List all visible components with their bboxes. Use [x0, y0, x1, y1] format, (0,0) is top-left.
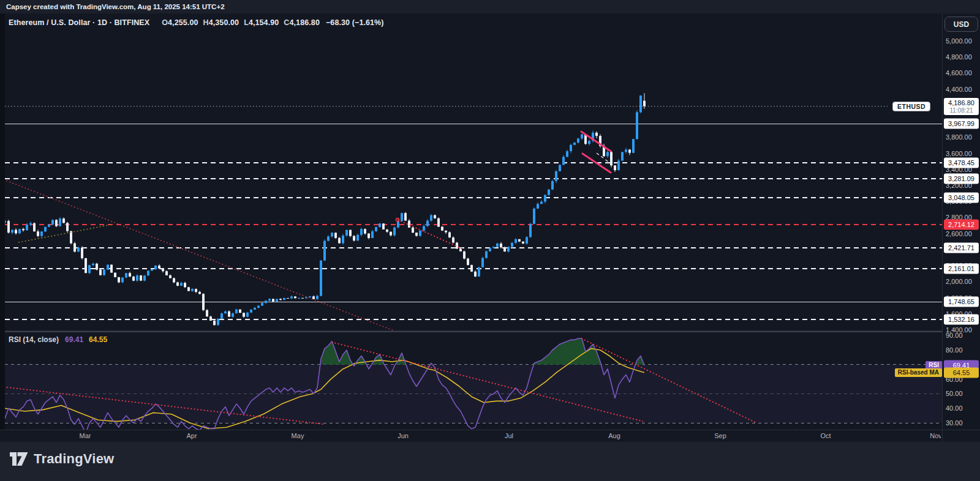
price-tick: 4,800.00: [946, 53, 972, 61]
chart-canvas[interactable]: [5, 13, 942, 430]
month-label: Jun: [398, 432, 409, 439]
price-tick: 2,000.00: [946, 278, 972, 285]
current-price-label: 4,186.8011:08:21: [944, 98, 979, 115]
rsi-overbought-fill: [533, 338, 601, 365]
rsi-value: 69.41: [65, 335, 83, 344]
trendline: [5, 178, 394, 330]
high-label: H: [203, 18, 209, 27]
trendline: [18, 225, 112, 242]
price-tick: 3,800.00: [946, 133, 972, 141]
chart-plot-area[interactable]: Ethereum / U.S. Dollar · 1D · BITFINEXO4…: [5, 13, 942, 430]
tradingview-snapshot: Capsey created with TradingView.com, Aug…: [0, 0, 980, 481]
rsi-tick: 40.00: [946, 405, 963, 412]
rsi-title: RSI (14, close): [9, 335, 59, 344]
price-level-label: 1,748.65: [944, 297, 979, 307]
price-tick: 4,600.00: [946, 69, 972, 76]
symbol-legend: Ethereum / U.S. Dollar · 1D · BITFINEXO4…: [9, 18, 384, 27]
price-level-label: 2,421.71: [944, 243, 979, 253]
attribution-text: Capsey created with TradingView.com, Aug…: [6, 3, 225, 10]
price-axis[interactable]: USD 5,000.004,800.004,600.004,400.004,00…: [942, 13, 980, 430]
rsi-tick: 30.00: [946, 419, 963, 427]
rsi-legend: RSI (14, close)69.4164.55: [9, 335, 107, 344]
month-label: Oct: [820, 432, 831, 439]
month-label: May: [292, 432, 304, 439]
pane-separator: [5, 331, 942, 333]
month-label: Jul: [505, 432, 513, 439]
rsi-tick: 50.00: [946, 390, 963, 397]
attribution-bar: Capsey created with TradingView.com, Aug…: [0, 0, 980, 13]
low-label: L: [244, 18, 249, 27]
month-label: Aug: [608, 432, 620, 439]
axis-separator: [942, 430, 943, 442]
price-tick: 3,600.00: [946, 150, 972, 157]
rsi-ma-line-tag: RSI-based MA: [895, 368, 942, 377]
symbol-title: Ethereum / U.S. Dollar · 1D · BITFINEX: [9, 18, 149, 27]
price-level-label: 3,478.45: [944, 158, 979, 168]
rsi-tick: 80.00: [946, 346, 963, 354]
price-level-label: 3,967.99: [944, 119, 979, 129]
month-label: Mar: [80, 432, 91, 439]
price-level-label: 3,281.09: [944, 174, 979, 184]
price-level-label: 2,161.01: [944, 264, 979, 274]
price-level-label: 3,048.05: [944, 192, 979, 203]
currency-toggle-button[interactable]: USD: [944, 17, 978, 32]
footer-bar: TradingView: [0, 442, 980, 481]
month-label: Nov: [930, 432, 941, 439]
time-axis[interactable]: MarAprMayJunJulAugSepOctNov: [0, 430, 980, 442]
tradingview-logo[interactable]: TradingView: [10, 451, 114, 467]
price-tick: 2,600.00: [946, 230, 972, 237]
price-tick: 4,400.00: [946, 86, 972, 93]
price-tick: 5,000.00: [946, 37, 972, 45]
close-value: 4,186.80: [290, 18, 320, 27]
close-label: C: [284, 18, 289, 27]
price-level-label: 1,532.16: [944, 314, 979, 324]
rsi-ma-value-label: 64.55: [944, 367, 979, 378]
open-label: O: [162, 18, 168, 27]
current-price-flag: ETHUSD: [892, 102, 930, 111]
time-axis-labels: MarAprMayJunJulAugSepOctNov: [0, 430, 941, 442]
change-value: −68.30 (−1.61%): [326, 18, 384, 27]
rsi-tick: 90.00: [946, 332, 963, 339]
month-label: Apr: [186, 432, 197, 439]
low-value: 4,154.90: [249, 18, 279, 27]
rsi-ma-value: 64.55: [89, 335, 107, 344]
tradingview-logo-text: TradingView: [34, 451, 114, 467]
open-value: 4,255.00: [168, 18, 198, 27]
price-level-label: 2,714.12: [944, 219, 979, 229]
high-value: 4,350.00: [209, 18, 239, 27]
candles-layer: [5, 93, 646, 326]
tradingview-logo-icon: [10, 451, 28, 467]
month-label: Sep: [714, 432, 726, 439]
